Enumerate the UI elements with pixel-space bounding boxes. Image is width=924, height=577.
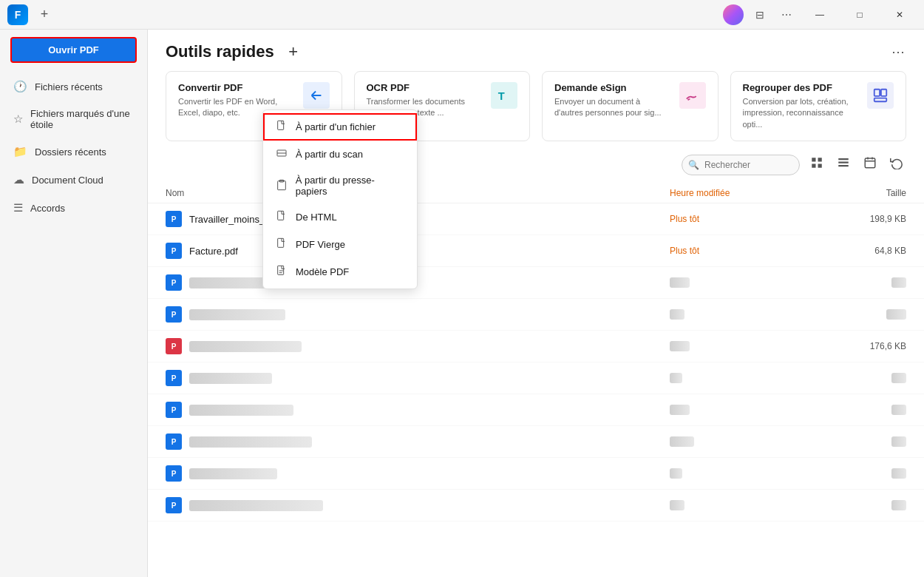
- sidebar-item-fichiers-marques[interactable]: ☆ Fichiers marqués d'une étoile: [6, 101, 141, 137]
- tool-card-text: Regrouper des PDF Conversion par lots, c…: [743, 82, 857, 130]
- sidebar-item-document-cloud[interactable]: ☁ Document Cloud: [6, 166, 141, 193]
- file-modified-date: [670, 436, 818, 447]
- file-modified-date: [670, 373, 818, 383]
- pdf-file-icon: P: [166, 433, 182, 450]
- svg-rect-23: [278, 238, 284, 247]
- svg-rect-4: [812, 158, 815, 161]
- tool-desc: Envoyer un document à d'autres personnes…: [554, 96, 669, 119]
- table-row[interactable]: P: [148, 299, 924, 331]
- tool-card-text: Demande eSign Envoyer un document à d'au…: [554, 82, 669, 119]
- clock-icon: 🕐: [13, 80, 27, 93]
- list-view-button[interactable]: [834, 153, 853, 176]
- file-name: [189, 436, 312, 448]
- pdf-file-icon: P: [166, 211, 182, 227]
- grid-view-button[interactable]: [807, 153, 826, 176]
- file-modified-date: [670, 309, 818, 320]
- svg-rect-10: [838, 165, 849, 166]
- search-input[interactable]: [682, 155, 800, 175]
- file-size: [818, 309, 906, 320]
- ocr-icon: T: [491, 82, 517, 109]
- svg-rect-7: [818, 164, 822, 168]
- cloud-icon: ☁: [13, 173, 24, 186]
- file-name-cell: P: [166, 306, 670, 323]
- more-options-btn[interactable]: ⋯: [776, 4, 797, 25]
- dropdown-item-a-partir-fichier[interactable]: À partir d'un fichier: [263, 113, 417, 141]
- dropdown-item-label: À partir du presse-papiers: [296, 175, 405, 197]
- dropdown-item-label: À partir du scan: [296, 149, 363, 160]
- table-row[interactable]: P: [148, 490, 924, 522]
- panel-btn[interactable]: ⊟: [750, 4, 770, 25]
- pdf-file-icon: P: [166, 306, 182, 323]
- file-modified-date: [670, 341, 818, 351]
- sidebar-nav: 🕐 Fichiers récents ☆ Fichiers marqués d'…: [0, 73, 147, 221]
- header-more-button[interactable]: ⋯: [891, 44, 906, 60]
- svg-rect-15: [278, 121, 284, 129]
- file-modified-date: Plus tôt: [670, 214, 818, 224]
- sidebar-item-label: Fichiers marqués d'une étoile: [30, 108, 134, 130]
- refresh-button[interactable]: [887, 153, 906, 176]
- file-size: [818, 468, 906, 479]
- logo-letter: F: [15, 9, 21, 21]
- folder-icon: 📁: [13, 145, 27, 158]
- pdf-file-icon: P: [166, 338, 182, 354]
- add-button[interactable]: +: [283, 41, 304, 62]
- table-row[interactable]: P: [148, 394, 924, 426]
- dropdown-item-pdf-vierge[interactable]: PDF Vierge: [263, 231, 417, 258]
- sidebar-item-label: Accords: [30, 203, 65, 214]
- tool-card-demande-esign[interactable]: Demande eSign Envoyer un document à d'au…: [542, 71, 719, 141]
- calendar-view-button[interactable]: [860, 153, 880, 176]
- table-row[interactable]: P 176,6 KB: [148, 331, 924, 362]
- search-input-wrap: 🔍: [682, 155, 800, 175]
- sidebar-item-accords[interactable]: ☰ Accords: [6, 195, 141, 221]
- sidebar-item-label: Dossiers récents: [35, 146, 106, 158]
- pdf-file-icon: P: [166, 243, 182, 259]
- file-size: [818, 436, 906, 447]
- tool-title: OCR PDF: [367, 82, 481, 93]
- svg-rect-11: [865, 158, 875, 168]
- sidebar-item-label: Fichiers récents: [35, 81, 103, 92]
- maximize-button[interactable]: □: [843, 4, 877, 25]
- file-name: [189, 309, 285, 320]
- dropdown-item-a-partir-presse[interactable]: À partir du presse-papiers: [263, 168, 417, 203]
- clipboard-menu-icon: [275, 179, 288, 193]
- file-size: [818, 500, 906, 510]
- new-tab-button[interactable]: +: [34, 4, 55, 25]
- app-body: Ouvrir PDF 🕐 Fichiers récents ☆ Fichiers…: [0, 30, 924, 577]
- file-size: [818, 277, 906, 288]
- content-header: Outils rapides + ⋯: [148, 30, 924, 71]
- table-row[interactable]: P: [148, 458, 924, 490]
- file-name: [189, 500, 323, 511]
- table-row[interactable]: P: [148, 362, 924, 394]
- svg-rect-24: [278, 266, 284, 274]
- dropdown-item-modele-pdf[interactable]: Modèle PDF: [263, 258, 417, 286]
- svg-rect-6: [812, 164, 815, 168]
- pdf-file-icon: P: [166, 497, 182, 513]
- regrouper-icon: [867, 82, 894, 109]
- file-size: [818, 405, 906, 415]
- file-name-cell: P: [166, 370, 670, 386]
- app-logo: F: [7, 4, 28, 25]
- open-pdf-button[interactable]: Ouvrir PDF: [10, 37, 137, 63]
- sidebar-item-label: Document Cloud: [32, 175, 103, 186]
- minimize-button[interactable]: —: [803, 4, 837, 25]
- sidebar-item-fichiers-recents[interactable]: 🕐 Fichiers récents: [6, 73, 141, 100]
- file-name-cell: P: [166, 402, 670, 418]
- file-modified-date: [670, 500, 818, 510]
- sidebar-item-dossiers-recents[interactable]: 📁 Dossiers récents: [6, 138, 141, 165]
- tool-card-regrouper-pdf[interactable]: Regrouper des PDF Conversion par lots, c…: [730, 71, 907, 141]
- dropdown-item-label: PDF Vierge: [296, 239, 345, 250]
- esign-icon: [679, 82, 706, 109]
- pdf-file-icon: P: [166, 370, 182, 386]
- svg-rect-1: [874, 90, 880, 96]
- table-row[interactable]: P: [148, 426, 924, 458]
- sidebar: Ouvrir PDF 🕐 Fichiers récents ☆ Fichiers…: [0, 30, 148, 577]
- close-button[interactable]: ✕: [883, 4, 917, 25]
- column-size: Taille: [818, 188, 906, 198]
- file-name: [189, 405, 293, 416]
- dropdown-item-de-html[interactable]: De HTML: [263, 203, 417, 231]
- file-menu-icon: [275, 120, 288, 134]
- file-size: 64,8 KB: [818, 246, 906, 256]
- file-name-cell: P: [166, 497, 670, 513]
- user-avatar[interactable]: [723, 4, 744, 25]
- dropdown-item-a-partir-scan[interactable]: À partir du scan: [263, 141, 417, 168]
